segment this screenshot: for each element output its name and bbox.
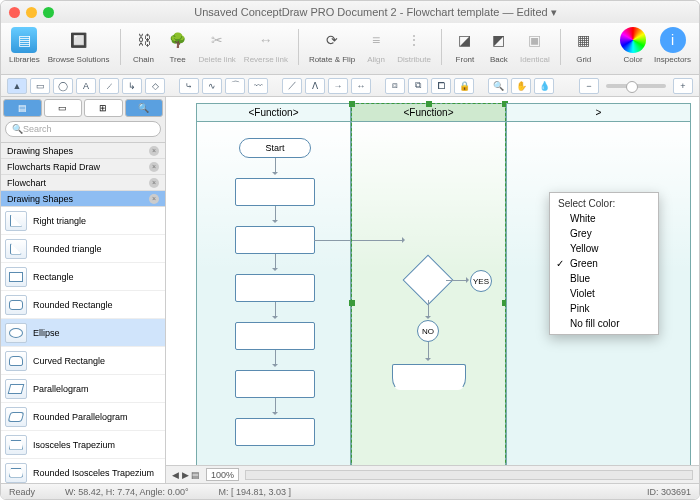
- swimlane-1[interactable]: <Function> Start: [196, 103, 351, 483]
- zoom-field[interactable]: 100%: [206, 468, 239, 481]
- align-button[interactable]: ≡Align: [363, 27, 389, 64]
- distribute-button[interactable]: ⋮Distribute: [397, 27, 431, 64]
- ellipse-tool[interactable]: ◯: [53, 78, 73, 94]
- menu-item-white[interactable]: White: [550, 211, 658, 226]
- search-input[interactable]: 🔍 Search: [5, 121, 161, 137]
- reverse-link-button[interactable]: ↔Reverse link: [244, 27, 288, 64]
- polyline-tool[interactable]: Ʌ: [305, 78, 325, 94]
- no-connector[interactable]: NO: [417, 320, 439, 342]
- chain-button[interactable]: ⛓Chain: [131, 27, 157, 64]
- spline-tool[interactable]: 〰: [248, 78, 268, 94]
- lib-row[interactable]: Flowcharts Rapid Draw×: [1, 159, 165, 175]
- process-shape[interactable]: [235, 178, 315, 206]
- close-icon[interactable]: ×: [149, 178, 159, 188]
- lib-tab-3[interactable]: ⊞: [84, 99, 123, 117]
- delete-link-button[interactable]: ✂Delete link: [199, 27, 236, 64]
- arrow-tool[interactable]: →: [328, 78, 348, 94]
- menu-item-blue[interactable]: Blue: [550, 271, 658, 286]
- identical-icon: ▣: [522, 27, 548, 53]
- yes-connector[interactable]: YES: [470, 270, 492, 292]
- inspectors-button[interactable]: iInspectors: [654, 27, 691, 64]
- line-shape-tool[interactable]: ／: [282, 78, 302, 94]
- separator: [120, 29, 121, 65]
- swimlane-header[interactable]: <Function>: [352, 104, 505, 122]
- back-button[interactable]: ◩Back: [486, 27, 512, 64]
- shape-item[interactable]: Rounded triangle: [1, 235, 165, 263]
- lib-row[interactable]: Drawing Shapes×: [1, 143, 165, 159]
- minimize-window-button[interactable]: [26, 7, 37, 18]
- window-title: Unsaved ConceptDraw PRO Document 2 - Flo…: [60, 6, 691, 19]
- shape-item[interactable]: Parallelogram: [1, 375, 165, 403]
- zoom-slider[interactable]: [606, 84, 666, 88]
- start-terminator[interactable]: Start: [239, 138, 311, 158]
- smart-connector-tool[interactable]: ⤷: [179, 78, 199, 94]
- crop-tool[interactable]: ⧈: [385, 78, 405, 94]
- grid-button[interactable]: ▦Grid: [571, 27, 597, 64]
- rect-tool[interactable]: ▭: [30, 78, 50, 94]
- identical-button[interactable]: ▣Identical: [520, 27, 550, 64]
- menu-item-yellow[interactable]: Yellow: [550, 241, 658, 256]
- lib-row[interactable]: Flowchart×: [1, 175, 165, 191]
- zoom-out-button[interactable]: −: [579, 78, 599, 94]
- close-window-button[interactable]: [9, 7, 20, 18]
- line-tool[interactable]: ⟋: [99, 78, 119, 94]
- page-nav[interactable]: ◀ ▶ ▤: [172, 470, 200, 480]
- process-shape[interactable]: [235, 370, 315, 398]
- lib-tab-search[interactable]: 🔍: [125, 99, 164, 117]
- grid-color-icon: 🔲: [66, 27, 92, 53]
- poly-tool[interactable]: ◇: [145, 78, 165, 94]
- menu-item-violet[interactable]: Violet: [550, 286, 658, 301]
- double-arrow-tool[interactable]: ↔: [351, 78, 371, 94]
- lib-row-selected[interactable]: Drawing Shapes×: [1, 191, 165, 207]
- pointer-tool[interactable]: ▲: [7, 78, 27, 94]
- shape-item[interactable]: Curved Rectangle: [1, 347, 165, 375]
- menu-item-nofill[interactable]: No fill color: [550, 316, 658, 331]
- menu-item-grey[interactable]: Grey: [550, 226, 658, 241]
- eyedropper-tool[interactable]: 💧: [534, 78, 554, 94]
- color-button[interactable]: Color: [620, 27, 646, 64]
- process-shape[interactable]: [235, 274, 315, 302]
- ungroup-tool[interactable]: ⧠: [431, 78, 451, 94]
- libraries-icon: ▤: [11, 27, 37, 53]
- menu-item-pink[interactable]: Pink: [550, 301, 658, 316]
- arc-tool[interactable]: ⌒: [225, 78, 245, 94]
- zoom-in-button[interactable]: +: [673, 78, 693, 94]
- swimlane-2-selected[interactable]: <Function> YES NO: [351, 103, 506, 483]
- close-icon[interactable]: ×: [149, 194, 159, 204]
- lib-tab-2[interactable]: ▭: [44, 99, 83, 117]
- arrow-icon: [275, 254, 276, 270]
- shape-item[interactable]: Right triangle: [1, 207, 165, 235]
- curve-connector-tool[interactable]: ∿: [202, 78, 222, 94]
- rotate-flip-button[interactable]: ⟳Rotate & Flip: [309, 27, 355, 64]
- browse-solutions-button[interactable]: 🔲Browse Solutions: [48, 27, 110, 64]
- lock-tool[interactable]: 🔒: [454, 78, 474, 94]
- front-button[interactable]: ◪Front: [452, 27, 478, 64]
- connector-tool[interactable]: ↳: [122, 78, 142, 94]
- shape-item[interactable]: Rounded Rectangle: [1, 291, 165, 319]
- h-scrollbar[interactable]: [245, 470, 693, 480]
- close-icon[interactable]: ×: [149, 146, 159, 156]
- process-shape[interactable]: [392, 364, 466, 390]
- hand-tool[interactable]: ✋: [511, 78, 531, 94]
- close-icon[interactable]: ×: [149, 162, 159, 172]
- process-shape[interactable]: [235, 322, 315, 350]
- shape-item[interactable]: Rounded Isosceles Trapezium: [1, 459, 165, 483]
- menu-item-green[interactable]: Green: [550, 256, 658, 271]
- swimlane-header[interactable]: <Function>: [197, 104, 350, 122]
- zoom-tool[interactable]: 🔍: [488, 78, 508, 94]
- text-tool[interactable]: A: [76, 78, 96, 94]
- shape-item[interactable]: Isosceles Trapezium: [1, 431, 165, 459]
- group-tool[interactable]: ⧉: [408, 78, 428, 94]
- process-shape[interactable]: [235, 418, 315, 446]
- tree-button[interactable]: 🌳Tree: [165, 27, 191, 64]
- shape-item[interactable]: Rounded Parallelogram: [1, 403, 165, 431]
- process-shape[interactable]: [235, 226, 315, 254]
- shape-item[interactable]: Rectangle: [1, 263, 165, 291]
- zoom-window-button[interactable]: [43, 7, 54, 18]
- lib-tab-1[interactable]: ▤: [3, 99, 42, 117]
- libraries-button[interactable]: ▤Libraries: [9, 27, 40, 64]
- arrow-icon: [275, 350, 276, 366]
- swimlane-header[interactable]: >: [507, 104, 690, 122]
- shape-item-selected[interactable]: Ellipse: [1, 319, 165, 347]
- arrow-icon: [275, 206, 276, 222]
